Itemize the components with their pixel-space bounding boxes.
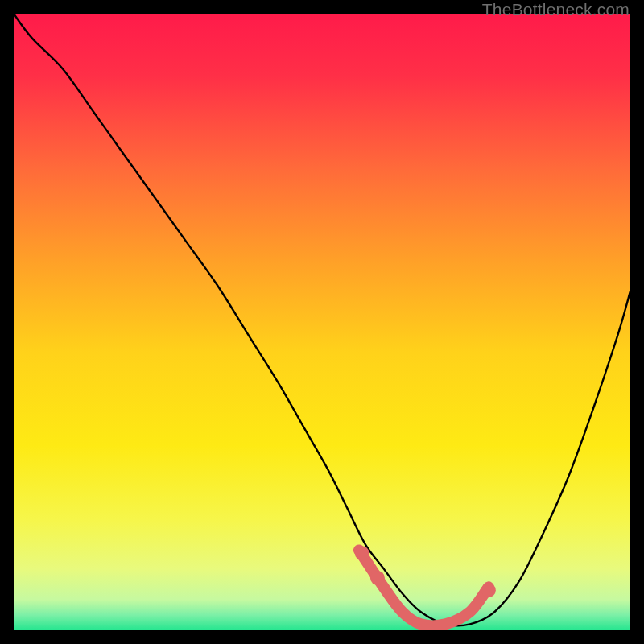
svg-point-2 [481, 583, 496, 597]
chart-svg [14, 14, 630, 630]
svg-point-1 [370, 571, 385, 585]
gradient-background [14, 14, 630, 630]
svg-point-0 [355, 546, 369, 560]
chart-frame [14, 14, 630, 630]
watermark-text: TheBottleneck.com [482, 0, 630, 19]
